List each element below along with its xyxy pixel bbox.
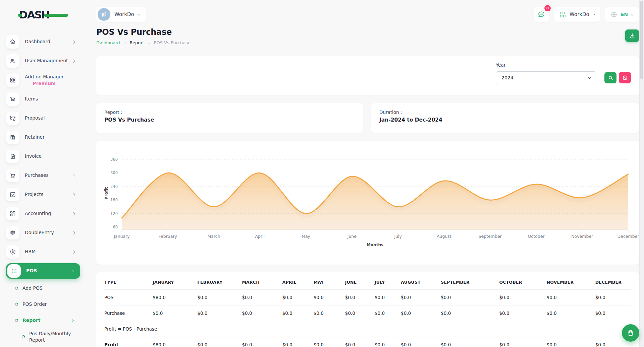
svg-text:60: 60 xyxy=(113,225,118,229)
report-table: TYPEJANUARYFEBRUARYMARCHAPRILMAYJUNEJULY… xyxy=(104,274,631,347)
pos-cart-fab[interactable] xyxy=(622,324,639,342)
sidebar-item-retainer[interactable]: Retainer xyxy=(6,130,80,145)
sidebar-item-projects[interactable]: Projects xyxy=(6,187,80,202)
sidebar-item-label: Invoice xyxy=(25,153,42,159)
messages-button[interactable]: 0 xyxy=(534,7,549,22)
column-header-november: NOVEMBER xyxy=(547,274,595,290)
circle-bullet-icon xyxy=(15,319,18,322)
sidebar-item-label: Purchases xyxy=(25,172,49,179)
column-header-june: JUNE xyxy=(345,274,375,290)
sidebar-item-doubleentry[interactable]: DoubleEntry xyxy=(6,225,80,240)
chevron-down-icon xyxy=(588,76,591,79)
cell-value: $0.0 xyxy=(314,290,345,305)
topbar: WorkDo 0 xyxy=(96,7,639,22)
chevron-right-icon xyxy=(72,60,75,62)
cell-value: $0.0 xyxy=(375,290,401,305)
apps-menu-button[interactable]: WorkDo xyxy=(554,7,600,22)
sidebar-item-hrm[interactable]: HRM xyxy=(6,244,80,260)
reset-button[interactable] xyxy=(619,72,631,83)
chevron-right-icon xyxy=(72,175,75,177)
chevron-right-icon xyxy=(123,42,126,44)
cell-value: $0.0 xyxy=(375,337,401,347)
cell-value: $0.0 xyxy=(282,305,314,321)
sidebar-item-add-on-manager[interactable]: Add-on Manager Premium xyxy=(6,72,80,88)
download-button[interactable] xyxy=(625,29,639,42)
report-table-card: TYPEJANUARYFEBRUARYMARCHAPRILMAYJUNEJULY… xyxy=(96,272,639,347)
cell-value: $0.0 xyxy=(242,337,282,347)
cell-value: $0.0 xyxy=(282,290,314,305)
cell-value: $0.0 xyxy=(595,305,631,321)
sidebar-item-label: Accounting xyxy=(25,211,51,217)
sidebar-item-accounting[interactable]: Accounting xyxy=(6,206,80,221)
duration-card: Duration : Jan-2024 to Dec-2024 xyxy=(371,103,639,133)
sidebar-item-purchases[interactable]: Purchases xyxy=(6,168,80,183)
row-label: Purchase xyxy=(104,305,153,321)
cell-value: $0.0 xyxy=(595,290,631,305)
sidebar-item-invoice[interactable]: Invoice xyxy=(6,149,80,164)
profit-area-chart: 60120180240300360JanuaryFebruaryMarchApr… xyxy=(102,146,633,257)
breadcrumb-item-dashboard[interactable]: Dashboard xyxy=(96,40,120,45)
page-title: POS Vs Purchase xyxy=(96,27,191,37)
column-header-december: DECEMBER xyxy=(595,274,631,290)
sidebar-item-pos[interactable]: POS xyxy=(6,263,80,279)
sidebar-subitem-add-pos[interactable]: Add POS xyxy=(15,282,89,294)
sidebar-item-label: Projects xyxy=(25,192,43,198)
year-select[interactable]: 2024 xyxy=(496,71,596,84)
cell-value: $80.0 xyxy=(153,290,197,305)
sidebar-subitem-label: Add POS xyxy=(22,285,43,291)
sidebar-item-proposal[interactable]: Proposal xyxy=(6,111,80,126)
page-header: POS Vs Purchase DashboardReportPOS Vs Pu… xyxy=(96,27,639,45)
duration-label: Duration : xyxy=(379,110,631,115)
workspace-name: WorkDo xyxy=(114,11,134,17)
workspace-switcher[interactable]: WorkDo xyxy=(96,7,146,22)
report-label: Report : xyxy=(104,110,355,115)
page-scrollbar[interactable] xyxy=(639,0,644,347)
sidebar-item-label: HRM xyxy=(25,249,36,255)
search-button[interactable] xyxy=(604,72,616,83)
sidebar-item-label: Add-on Manager xyxy=(25,74,64,80)
cart-icon xyxy=(6,169,19,182)
svg-text:300: 300 xyxy=(110,170,118,175)
cell-value: $0.0 xyxy=(441,305,499,321)
check-square-icon xyxy=(6,188,19,201)
duration-value: Jan-2024 to Dec-2024 xyxy=(379,117,631,123)
sidebar-item-label: Dashboard xyxy=(25,39,50,45)
report-card: Report : POS Vs Purchase xyxy=(96,103,363,133)
cell-value: $0.0 xyxy=(345,290,375,305)
chevron-right-icon xyxy=(72,213,75,215)
breadcrumb-item-report[interactable]: Report xyxy=(130,40,144,45)
sidebar-subitem-pos-daily-monthly-report[interactable]: Pos Daily/Monthly Report xyxy=(21,331,84,343)
cell-value: $0.0 xyxy=(401,305,441,321)
sidebar-item-dashboard[interactable]: Dashboard xyxy=(6,34,80,50)
scrollbar-thumb[interactable] xyxy=(640,1,643,79)
cell-value: $0.0 xyxy=(345,337,375,347)
cell-value: $0.0 xyxy=(242,305,282,321)
table-header-row: TYPEJANUARYFEBRUARYMARCHAPRILMAYJUNEJULY… xyxy=(104,274,631,290)
language-selector[interactable]: EN xyxy=(605,7,639,22)
home-icon xyxy=(6,35,19,49)
sidebar-subitem-report[interactable]: Report xyxy=(15,315,89,326)
brand-logo[interactable]: DASH xyxy=(19,8,73,22)
svg-text:360: 360 xyxy=(110,157,118,162)
circle-bullet-icon xyxy=(15,286,18,290)
sidebar-item-user-management[interactable]: User Management xyxy=(6,53,80,69)
grid-plus-icon xyxy=(6,207,19,220)
chevron-right-icon xyxy=(72,251,75,253)
dots-grid-icon xyxy=(7,264,21,278)
save-icon xyxy=(6,131,19,144)
sidebar-item-items[interactable]: Items xyxy=(6,91,80,107)
svg-text:120: 120 xyxy=(110,211,118,216)
chevron-right-icon xyxy=(72,41,75,43)
svg-text:April: April xyxy=(255,234,265,239)
column-header-may: MAY xyxy=(314,274,345,290)
column-header-february: FEBRUARY xyxy=(197,274,242,290)
messages-badge: 0 xyxy=(544,5,551,11)
sidebar-subitem-label: Report xyxy=(22,317,41,324)
sidebar-subitem-pos-order[interactable]: POS Order xyxy=(15,298,89,310)
cell-value: $80.0 xyxy=(153,337,197,347)
svg-text:March: March xyxy=(207,234,220,239)
column-header-september: SEPTEMBER xyxy=(441,274,499,290)
circle-bullet-icon xyxy=(21,335,25,339)
sidebar-item-label: Retainer xyxy=(25,134,45,140)
column-header-october: OCTOBER xyxy=(499,274,546,290)
